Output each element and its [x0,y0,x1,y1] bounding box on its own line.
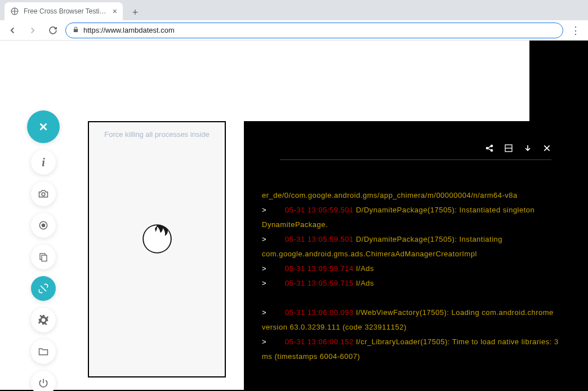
screenshot-button[interactable] [31,181,56,206]
tab-bar: Free Cross Browser Testing Clou × + [0,0,588,20]
close-icon [542,144,551,153]
tab-title: Free Cross Browser Testing Clou [24,7,108,15]
browser-tab[interactable]: Free Cross Browser Testing Clou × [5,2,123,20]
svg-rect-5 [42,255,47,261]
logs-title: LOGS [280,144,308,153]
browser-chrome: Free Cross Browser Testing Clou × + http… [0,0,588,41]
log-line: > 05-31 13:05:59.714 I/Ads [262,261,569,276]
logs-panel: LOGS er_de/0/com.goog [244,121,587,391]
address-bar[interactable]: https://www.lambdatest.com [65,23,563,38]
devtools-button[interactable] [31,276,56,301]
log-line: > 05-31 13:06:00.152 I/cr_LibraryLoader(… [262,335,569,364]
new-tab-button[interactable]: + [127,5,143,20]
svg-point-1 [42,193,45,196]
device-frame[interactable]: Force killing all processes inside [88,121,226,377]
address-bar-row: https://www.lambdatest.com ⋮ [0,20,588,41]
sidebar: i [27,110,60,391]
power-button[interactable] [31,371,56,391]
forward-button[interactable] [25,23,41,38]
svg-point-3 [42,224,45,227]
split-icon [504,144,513,153]
back-button[interactable] [5,23,20,38]
browser-menu-icon[interactable]: ⋮ [568,24,583,37]
close-logs-button[interactable] [542,144,551,153]
logs-actions [485,144,551,153]
power-icon [38,377,49,389]
tab-favicon-icon [10,7,19,16]
files-button[interactable] [31,339,56,364]
device-status-text: Force killing all processes inside [96,122,217,146]
close-tab-icon[interactable]: × [113,7,117,16]
info-icon: i [42,156,45,169]
logs-body[interactable]: er_de/0/com.google.android.gms/app_chime… [244,160,587,375]
download-button[interactable] [523,144,532,153]
logs-header: LOGS [280,129,551,160]
record-icon [38,220,49,231]
page-content: i Force killing all processes inside [0,41,529,390]
share-icon [485,144,494,153]
log-line: > 05-31 13:06:00.093 I/WebViewFactory(17… [262,305,569,335]
log-line: er_de/0/com.google.android.gms/app_chime… [262,188,569,203]
settings-button[interactable] [31,308,56,332]
camera-icon [38,188,49,199]
log-line: > 05-31 13:05:59.715 I/Ads [262,276,569,291]
folder-icon [38,346,49,357]
gear-icon [38,314,49,326]
reload-button[interactable] [45,23,61,38]
share-button[interactable] [485,144,494,153]
tools-icon [38,283,49,294]
copy-icon [38,252,48,262]
info-button[interactable]: i [31,150,56,175]
split-button[interactable] [504,144,513,153]
log-line: > 05-31 13:05:59.501 D/DynamitePackage(1… [262,232,569,261]
url-text: https://www.lambdatest.com [83,26,175,34]
firefox-logo-icon [138,220,176,258]
download-icon [523,144,532,153]
copy-button[interactable] [31,245,56,269]
lock-icon [73,26,79,34]
log-line [262,291,569,305]
record-button[interactable] [31,213,56,238]
log-line: > 05-31 13:05:59.501 D/DynamitePackage(1… [262,203,569,232]
close-session-button[interactable] [27,110,60,143]
